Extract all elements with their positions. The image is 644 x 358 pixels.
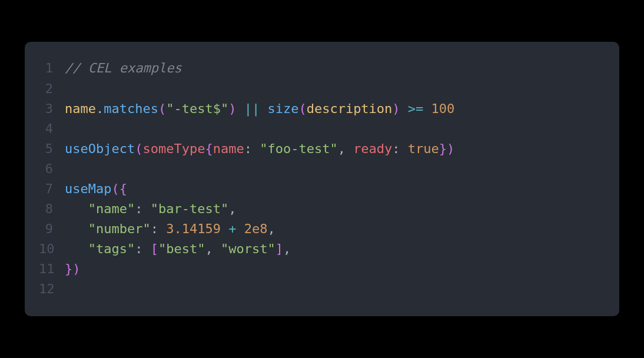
token: >= [408,101,424,116]
token: , [267,221,275,236]
line-number: 11 [39,259,65,279]
code-line[interactable]: 11}) [39,259,596,279]
token: + [228,221,236,236]
token: size [267,101,298,116]
token: }) [65,261,81,276]
token: "tags" [88,241,135,256]
code-content[interactable]: useMap({ [65,179,127,199]
token: someType [142,141,205,156]
token: 100 [431,101,455,116]
token: ( [135,141,142,156]
token: ( [158,101,166,116]
token: ) [392,101,400,116]
line-number: 8 [39,199,65,219]
line-number: 12 [39,279,65,299]
token: [ [151,241,158,256]
line-number: 4 [39,119,65,139]
code-editor[interactable]: 1// CEL examples23name.matches("-test$")… [25,42,619,316]
token [65,201,88,216]
token: name [65,101,96,116]
token: ] [275,241,283,256]
token: : [135,201,151,216]
token [236,101,244,116]
token [260,101,267,116]
code-line[interactable]: 9 "number": 3.14159 + 2e8, [39,219,596,239]
token: "worst" [221,241,275,256]
token [400,101,408,116]
token: || [244,101,260,116]
token: name [213,141,244,156]
code-content[interactable]: "name": "bar-test", [65,199,236,219]
token: "-test$" [166,101,228,116]
code-line[interactable]: 8 "name": "bar-test", [39,199,596,219]
token: matches [104,101,158,116]
code-content[interactable]: name.matches("-test$") || size(descripti… [65,99,454,119]
token: : [151,221,167,236]
code-line[interactable]: 7useMap({ [39,179,596,199]
token: }) [439,141,455,156]
token: : [135,241,151,256]
token: "best" [158,241,205,256]
code-line[interactable]: 10 "tags": ["best", "worst"], [39,239,596,259]
token: // CEL examples [65,61,182,75]
code-content[interactable]: "number": 3.14159 + 2e8, [65,219,275,239]
line-number: 7 [39,179,65,199]
code-content[interactable]: }) [65,259,81,279]
line-number: 5 [39,139,65,159]
token: { [205,141,213,156]
code-line[interactable]: 6 [39,159,596,179]
code-line[interactable]: 5useObject(someType{name: "foo-test", re… [39,139,596,159]
token: ( [298,101,306,116]
token: : [244,141,260,156]
token: , [338,141,354,156]
code-content[interactable]: // CEL examples [65,58,182,78]
token: 3.14159 [166,221,221,236]
code-line[interactable]: 3name.matches("-test$") || size(descript… [39,99,596,119]
token [236,221,244,236]
line-number: 2 [39,79,65,99]
token: 2e8 [244,221,268,236]
token: ({ [111,181,127,196]
token [65,221,88,236]
code-line[interactable]: 4 [39,119,596,139]
line-number: 3 [39,99,65,119]
token [423,101,431,116]
token: "name" [88,201,135,216]
token: , [228,201,236,216]
token: , [205,241,221,256]
line-number: 1 [39,58,65,78]
token: ) [228,101,236,116]
token: , [283,241,291,256]
line-number: 6 [39,159,65,179]
token: : [392,141,408,156]
token: useObject [65,141,135,156]
code-content[interactable]: "tags": ["best", "worst"], [65,239,291,259]
token: "foo-test" [260,141,337,156]
token: useMap [65,181,111,196]
code-line[interactable]: 1// CEL examples [39,58,596,78]
token: ready [353,141,392,156]
token [221,221,228,236]
token [65,241,88,256]
token: . [96,101,104,116]
code-line[interactable]: 2 [39,79,596,99]
code-line[interactable]: 12 [39,279,596,299]
line-number: 10 [39,239,65,259]
code-content[interactable]: useObject(someType{name: "foo-test", rea… [65,139,454,159]
line-number: 9 [39,219,65,239]
token: true [408,141,439,156]
token: description [307,101,393,116]
token: "number" [88,221,151,236]
token: "bar-test" [151,201,228,216]
